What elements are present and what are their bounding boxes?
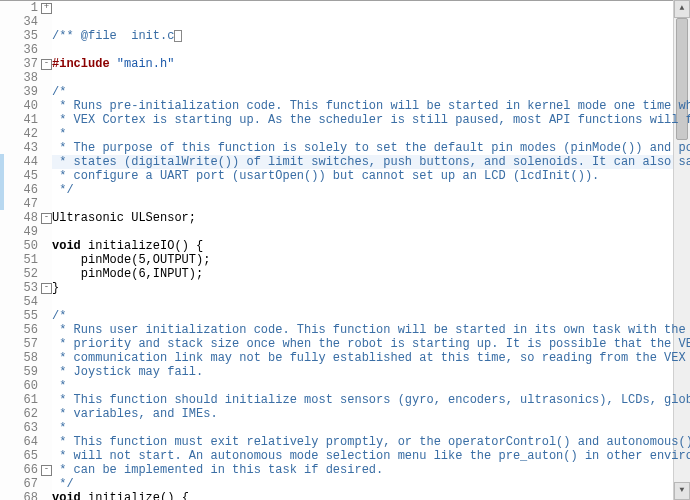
code-line[interactable]: * The purpose of this function is solely… <box>52 141 690 155</box>
code-line[interactable]: * This function should initialize most s… <box>52 393 690 407</box>
code-token: * priority and stack size once when the … <box>52 337 690 351</box>
code-token: * <box>52 421 66 435</box>
line-number: 62 <box>14 407 38 421</box>
code-token: * will not start. An autonomous mode sel… <box>52 449 690 463</box>
code-line[interactable] <box>52 71 690 85</box>
code-token: #include <box>52 57 117 71</box>
line-number: 64 <box>14 435 38 449</box>
line-number: 63 <box>14 421 38 435</box>
code-line[interactable]: pinMode(6,INPUT); <box>52 267 690 281</box>
code-token: * <box>52 127 66 141</box>
line-number: 38 <box>14 71 38 85</box>
line-number: 37 <box>14 57 38 71</box>
code-line[interactable]: * communication link may not be fully es… <box>52 351 690 365</box>
code-line[interactable]: * variables, and IMEs. <box>52 407 690 421</box>
code-token: pinMode(5,OUTPUT); <box>52 253 210 267</box>
fold-collapse-icon[interactable]: - <box>41 283 52 294</box>
code-token: */ <box>52 183 74 197</box>
fold-collapse-icon[interactable]: - <box>41 213 52 224</box>
code-line[interactable]: * <box>52 379 690 393</box>
code-token: /* <box>52 309 66 323</box>
scroll-up-button[interactable]: ▲ <box>674 0 690 18</box>
line-number: 41 <box>14 113 38 127</box>
code-token: Ultrasonic ULSensor; <box>52 211 196 225</box>
code-area[interactable]: /** @file init.c#include "main.h"/* * Ru… <box>52 1 690 500</box>
code-token: * Runs pre-initialization code. This fun… <box>52 99 690 113</box>
code-line[interactable]: * <box>52 421 690 435</box>
code-token: * This function should initialize most s… <box>52 393 690 407</box>
line-number: 46 <box>14 183 38 197</box>
line-number: 42 <box>14 127 38 141</box>
line-number: 40 <box>14 99 38 113</box>
line-number: 1 <box>14 1 38 15</box>
line-number: 56 <box>14 323 38 337</box>
code-token: "main.h" <box>117 57 175 71</box>
code-line[interactable]: * will not start. An autonomous mode sel… <box>52 449 690 463</box>
fold-collapse-icon[interactable]: - <box>41 59 52 70</box>
code-line[interactable]: } <box>52 281 690 295</box>
code-token: } <box>52 281 59 295</box>
line-number: 49 <box>14 225 38 239</box>
code-editor[interactable]: 1343536373839404142434445464748495051525… <box>0 0 690 500</box>
line-number: 39 <box>14 85 38 99</box>
code-line[interactable]: */ <box>52 183 690 197</box>
line-number: 52 <box>14 267 38 281</box>
code-line[interactable]: * <box>52 127 690 141</box>
code-line[interactable]: */ <box>52 477 690 491</box>
line-number: 43 <box>14 141 38 155</box>
code-line[interactable] <box>52 225 690 239</box>
fold-margin <box>0 1 14 500</box>
code-line[interactable]: void initialize() { <box>52 491 690 500</box>
code-line[interactable]: pinMode(5,OUTPUT); <box>52 253 690 267</box>
code-line[interactable] <box>52 197 690 211</box>
code-line[interactable]: * Runs pre-initialization code. This fun… <box>52 99 690 113</box>
code-line[interactable]: * VEX Cortex is starting up. As the sche… <box>52 113 690 127</box>
code-line[interactable]: * Runs user initialization code. This fu… <box>52 323 690 337</box>
code-line[interactable]: * priority and stack size once when the … <box>52 337 690 351</box>
code-token: initializeIO() { <box>81 239 203 253</box>
code-line[interactable]: * This function must exit relatively pro… <box>52 435 690 449</box>
code-line[interactable]: void initializeIO() { <box>52 239 690 253</box>
code-token: * Runs user initialization code. This fu… <box>52 323 690 337</box>
line-number: 66 <box>14 463 38 477</box>
line-number: 67 <box>14 477 38 491</box>
line-number: 65 <box>14 449 38 463</box>
code-token: * variables, and IMEs. <box>52 407 218 421</box>
code-token: * Joystick may fail. <box>52 365 203 379</box>
code-line[interactable]: * states (digitalWrite()) of limit switc… <box>52 155 690 169</box>
change-marker <box>0 154 4 210</box>
code-line[interactable] <box>52 295 690 309</box>
fold-collapse-icon[interactable]: - <box>41 465 52 476</box>
code-token: initialize() { <box>81 491 189 500</box>
line-number: 58 <box>14 351 38 365</box>
line-number: 44 <box>14 155 38 169</box>
line-number: 47 <box>14 197 38 211</box>
line-number: 55 <box>14 309 38 323</box>
code-token: * VEX Cortex is starting up. As the sche… <box>52 113 690 127</box>
line-number: 54 <box>14 295 38 309</box>
fold-expand-icon[interactable]: + <box>41 3 52 14</box>
cursor-caret <box>174 30 182 42</box>
code-token: /** @file init.c <box>52 29 174 43</box>
code-token: * configure a UART port (usartOpen()) bu… <box>52 169 599 183</box>
line-number: 36 <box>14 43 38 57</box>
code-line[interactable] <box>52 43 690 57</box>
line-number: 60 <box>14 379 38 393</box>
line-number: 34 <box>14 15 38 29</box>
line-number: 51 <box>14 253 38 267</box>
code-token: * The purpose of this function is solely… <box>52 141 690 155</box>
code-token: pinMode(6,INPUT); <box>52 267 203 281</box>
code-token: * This function must exit relatively pro… <box>52 435 690 449</box>
line-number: 57 <box>14 337 38 351</box>
code-line[interactable]: /** @file init.c <box>52 29 690 43</box>
code-line[interactable]: * Joystick may fail. <box>52 365 690 379</box>
code-line[interactable]: Ultrasonic ULSensor; <box>52 211 690 225</box>
line-number: 59 <box>14 365 38 379</box>
code-line[interactable]: #include "main.h" <box>52 57 690 71</box>
code-line[interactable]: * can be implemented in this task if des… <box>52 463 690 477</box>
code-line[interactable]: * configure a UART port (usartOpen()) bu… <box>52 169 690 183</box>
code-line[interactable]: /* <box>52 309 690 323</box>
code-line[interactable]: /* <box>52 85 690 99</box>
code-token: /* <box>52 85 66 99</box>
line-number: 68 <box>14 491 38 500</box>
